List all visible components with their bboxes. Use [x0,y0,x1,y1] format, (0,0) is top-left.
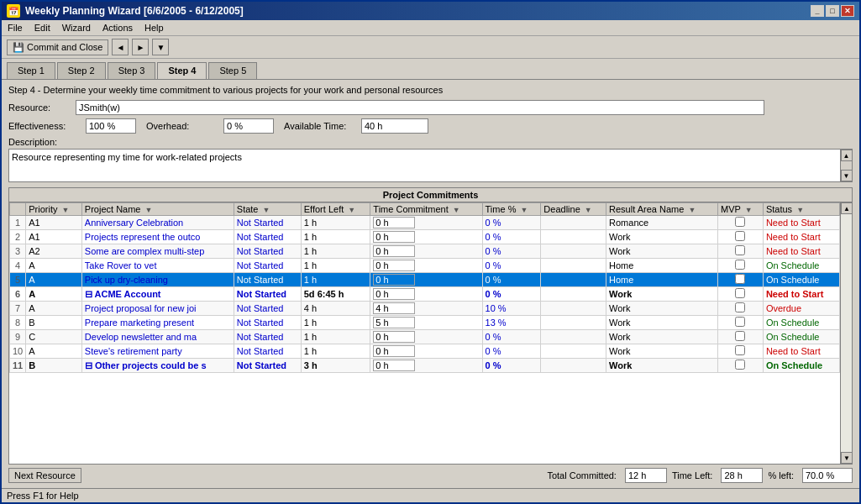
row-project[interactable]: Prepare marketing present [81,316,234,330]
row-time-commit[interactable] [370,344,482,359]
table-row[interactable]: 1 A1 Anniversary Celebration Not Started… [10,216,840,230]
col-state[interactable]: State ▼ [234,203,301,216]
scroll-down-btn[interactable]: ▼ [841,452,852,464]
col-num [10,203,26,216]
row-project[interactable]: Projects represent the outco [81,230,234,244]
minimize-button[interactable]: _ [811,5,824,17]
row-priority: A [26,287,82,302]
row-time-commit[interactable] [370,302,482,316]
menu-edit[interactable]: Edit [32,22,53,34]
row-project[interactable]: Develop newsletter and ma [81,330,234,344]
table-row[interactable]: 8 B Prepare marketing present Not Starte… [10,316,840,330]
table-row[interactable]: 4 A Take Rover to vet Not Started 1 h 0 … [10,259,840,273]
commit-close-button[interactable]: 💾 Commit and Close [7,39,108,55]
row-mvp[interactable] [718,259,764,273]
time-left-input[interactable] [721,468,763,483]
table-row[interactable]: 10 A Steve's retirement party Not Starte… [10,344,840,359]
row-effort: 1 h [301,344,370,359]
col-mvp[interactable]: MVP ▼ [718,203,764,216]
row-deadline [541,244,606,259]
pct-left-input[interactable] [802,468,853,483]
tab-step2[interactable]: Step 2 [57,62,106,79]
effectiveness-input[interactable] [86,118,136,134]
table-row[interactable]: 5 A Pick up dry-cleaning Not Started 1 h… [10,273,840,287]
row-mvp[interactable] [718,302,764,316]
forward-arrow-button[interactable]: ► [132,39,149,55]
row-project[interactable]: Steve's retirement party [81,344,234,359]
tab-step4[interactable]: Step 4 [157,62,207,80]
row-mvp[interactable] [718,287,764,302]
row-mvp[interactable] [718,330,764,344]
maximize-button[interactable]: □ [826,5,839,17]
status-text: Press F1 for Help [7,491,79,501]
row-project[interactable]: Pick up dry-cleaning [81,273,234,287]
col-project-name[interactable]: Project Name ▼ [81,203,234,216]
row-priority: B [26,316,82,330]
table-row[interactable]: 7 A Project proposal for new joi Not Sta… [10,302,840,316]
row-mvp[interactable] [718,244,764,259]
table-row[interactable]: 9 C Develop newsletter and ma Not Starte… [10,330,840,344]
tab-step3[interactable]: Step 3 [108,62,156,79]
overhead-input[interactable] [223,118,274,134]
scroll-up-btn[interactable]: ▲ [841,202,852,214]
row-mvp[interactable] [718,344,764,359]
row-time-commit[interactable] [370,259,482,273]
menu-help[interactable]: Help [142,22,166,34]
col-deadline[interactable]: Deadline ▼ [541,203,606,216]
row-result-area: Work [606,230,718,244]
col-status[interactable]: Status ▼ [763,203,839,216]
row-mvp[interactable] [718,316,764,330]
row-project[interactable]: Some are complex multi-step [81,244,234,259]
row-time-commit[interactable] [370,216,482,230]
table-row[interactable]: 6 A ⊟ ACME Account Not Started 5d 6:45 h… [10,287,840,302]
col-priority[interactable]: Priority ▼ [26,203,82,216]
row-mvp[interactable] [718,273,764,287]
row-state: Not Started [234,302,301,316]
row-time-commit[interactable] [370,316,482,330]
menu-file[interactable]: File [5,22,25,34]
tab-step5[interactable]: Step 5 [208,62,257,79]
table-scrollbar[interactable]: ▲ ▼ [840,202,852,464]
row-priority: C [26,330,82,344]
resource-input[interactable] [76,100,764,115]
time-left-label: Time Left: [672,470,713,480]
row-project[interactable]: ⊟ ACME Account [81,287,234,302]
dropdown-arrow-button[interactable]: ▼ [152,39,169,55]
row-mvp[interactable] [718,216,764,230]
row-project[interactable]: Anniversary Celebration [81,216,234,230]
col-result-area[interactable]: Result Area Name ▼ [606,203,718,216]
row-time-commit[interactable] [370,287,482,302]
total-committed-input[interactable] [625,468,667,483]
table-row[interactable]: 2 A1 Projects represent the outco Not St… [10,230,840,244]
col-effort-left[interactable]: Effort Left ▼ [301,203,370,216]
close-button[interactable]: ✕ [841,5,854,17]
row-time-commit[interactable] [370,330,482,344]
table-row[interactable]: 3 A2 Some are complex multi-step Not Sta… [10,244,840,259]
tab-step1[interactable]: Step 1 [7,62,55,79]
row-time-commit[interactable] [370,273,482,287]
next-resource-button[interactable]: Next Resource [8,468,81,483]
desc-scroll-up[interactable]: ▲ [841,150,853,161]
row-time-pct: 0 % [482,330,541,344]
menu-wizard[interactable]: Wizard [60,22,93,34]
col-time-commitment[interactable]: Time Commitment ▼ [370,203,482,216]
row-mvp[interactable] [718,359,764,373]
available-time-input[interactable] [361,118,428,134]
row-project[interactable]: ⊟ Other projects could be s [81,359,234,373]
row-time-commit[interactable] [370,244,482,259]
row-effort: 4 h [301,302,370,316]
back-arrow-button[interactable]: ◄ [112,39,129,55]
desc-scroll-down[interactable]: ▼ [841,170,853,181]
row-project[interactable]: Project proposal for new joi [81,302,234,316]
row-time-commit[interactable] [370,359,482,373]
table-row[interactable]: 11 B ⊟ Other projects could be s Not Sta… [10,359,840,373]
scroll-track[interactable] [841,214,852,452]
menu-actions[interactable]: Actions [100,22,135,34]
col-time-pct[interactable]: Time % ▼ [482,203,541,216]
row-num: 6 [10,287,26,302]
row-mvp[interactable] [718,230,764,244]
row-time-commit[interactable] [370,230,482,244]
row-project[interactable]: Take Rover to vet [81,259,234,273]
commit-label: Commit and Close [27,42,102,52]
row-result-area: Work [606,302,718,316]
